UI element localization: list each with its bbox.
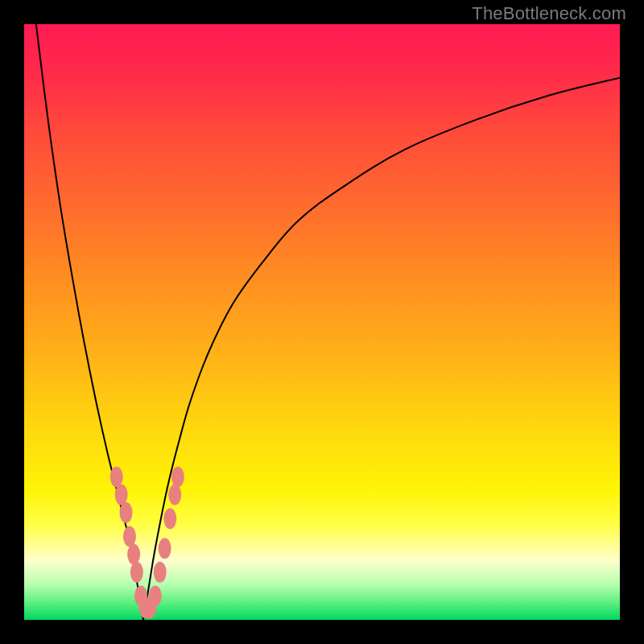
watermark-text: TheBottleneck.com	[472, 3, 626, 24]
marker-dot	[127, 544, 140, 565]
right-curve-line	[143, 78, 620, 620]
marker-dot	[130, 562, 143, 583]
marker-dot	[168, 485, 181, 506]
marker-dot	[171, 466, 184, 487]
marker-dot	[154, 562, 167, 583]
marker-dot	[123, 526, 136, 547]
marker-dot	[120, 502, 133, 523]
marker-dot	[163, 508, 176, 529]
marker-dot	[110, 466, 123, 487]
marker-dot	[115, 485, 128, 506]
marker-dots-group	[110, 466, 184, 618]
curves-layer	[24, 24, 620, 620]
marker-dot	[159, 538, 171, 559]
chart-plot-area	[24, 24, 620, 620]
marker-dot	[149, 585, 162, 606]
